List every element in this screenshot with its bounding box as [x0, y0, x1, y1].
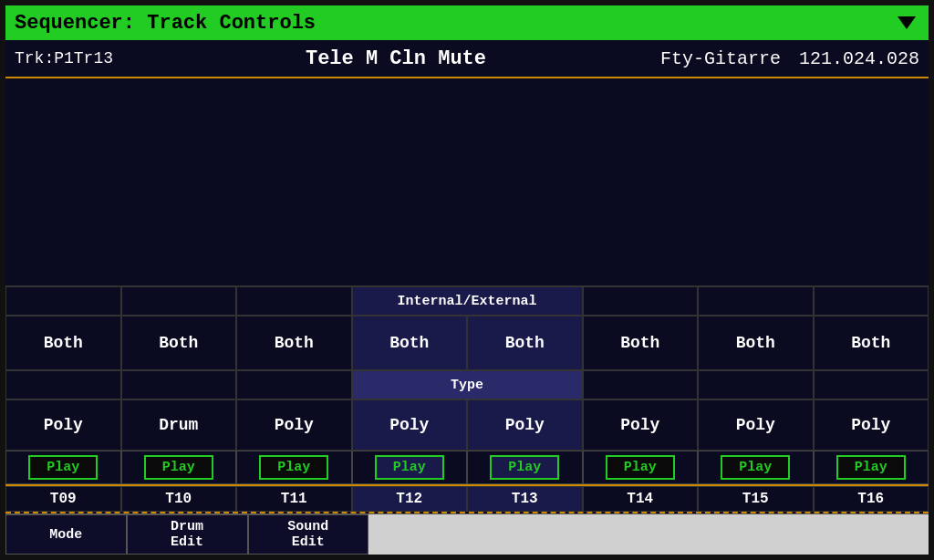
type-col-6: [583, 370, 699, 399]
type-col-8: [814, 370, 929, 399]
both-cell-2[interactable]: Both: [236, 316, 352, 370]
ie-label: Internal/External: [352, 286, 583, 316]
both-cell-0[interactable]: Both: [5, 316, 121, 370]
arrow-down-icon: [898, 16, 916, 29]
ie-col-7: [698, 286, 814, 316]
ie-col-6: [583, 286, 699, 316]
type-header-row: Type: [5, 370, 929, 399]
play-cell-7: Play: [814, 451, 929, 484]
play-cell-3: Play: [352, 451, 468, 484]
poly-cell-5[interactable]: Poly: [583, 399, 699, 451]
ie-col-1: [5, 286, 121, 316]
play-button-7[interactable]: Play: [836, 455, 906, 480]
track-id: Trk:P1Tr13: [15, 49, 113, 67]
both-cell-4[interactable]: Both: [467, 316, 583, 370]
main-area: Internal/External Both Both Both Both Bo…: [5, 78, 929, 555]
poly-cell-7[interactable]: Poly: [814, 399, 929, 451]
ie-col-3: [236, 286, 352, 316]
play-cell-4: Play: [467, 451, 583, 484]
ie-col-8: [814, 286, 929, 316]
play-button-4[interactable]: Play: [490, 455, 559, 480]
poly-cell-3[interactable]: Poly: [352, 399, 468, 451]
track-num-0: T09: [5, 486, 121, 512]
track-num-5: T14: [583, 486, 699, 512]
poly-row: Poly Drum Poly Poly Poly Poly Poly Poly: [5, 399, 929, 451]
bottom-sound-edit[interactable]: Sound Edit: [248, 514, 369, 555]
track-controls: Tele M Cln Mute: [131, 47, 660, 70]
play-button-1[interactable]: Play: [144, 455, 213, 480]
poly-cell-6[interactable]: Poly: [698, 399, 814, 451]
play-cell-0: Play: [5, 451, 121, 484]
type-col-2: [121, 370, 237, 399]
play-cell-1: Play: [121, 451, 237, 484]
track-num-1: T10: [121, 486, 237, 512]
ie-col-2: [121, 286, 237, 316]
track-num-row: T09 T10 T11 T12 T13 T14 T15 T16: [5, 484, 929, 513]
both-cell-5[interactable]: Both: [583, 316, 699, 370]
ie-header-row: Internal/External: [5, 285, 929, 316]
poly-cell-2[interactable]: Poly: [236, 399, 352, 451]
bottom-bar: Mode Drum Edit Sound Edit: [5, 513, 929, 555]
poly-cell-1[interactable]: Drum: [121, 399, 237, 451]
bottom-drum-edit[interactable]: Drum Edit: [127, 514, 248, 555]
screen: Sequencer: Track Controls Trk:P1Tr13 Tel…: [0, 0, 934, 560]
track-num-4: T13: [467, 486, 583, 512]
spacer: [5, 78, 929, 285]
both-cell-6[interactable]: Both: [698, 316, 814, 370]
play-button-2[interactable]: Play: [259, 455, 328, 480]
play-button-3[interactable]: Play: [375, 455, 444, 480]
play-cell-6: Play: [698, 451, 814, 484]
type-label: Type: [352, 370, 583, 399]
bottom-spacer: [368, 514, 929, 555]
play-button-5[interactable]: Play: [606, 455, 675, 480]
track-num-6: T15: [698, 486, 814, 512]
both-row: Both Both Both Both Both Both Both Both: [5, 316, 929, 370]
type-col-1: [5, 370, 121, 399]
poly-cell-4[interactable]: Poly: [467, 399, 583, 451]
play-cell-5: Play: [583, 451, 699, 484]
play-button-6[interactable]: Play: [721, 455, 790, 480]
title-bar: Sequencer: Track Controls: [5, 5, 929, 40]
play-row: Play Play Play Play Play Play Play Play: [5, 451, 929, 484]
type-col-3: [236, 370, 352, 399]
track-name: Fty-Gitarre: [660, 48, 781, 69]
bottom-mode[interactable]: Mode: [5, 514, 127, 555]
track-bar: Trk:P1Tr13 Tele M Cln Mute Fty-Gitarre 1…: [5, 40, 929, 78]
track-num-2: T11: [236, 486, 352, 512]
both-cell-7[interactable]: Both: [814, 316, 929, 370]
play-cell-2: Play: [236, 451, 352, 484]
both-cell-3[interactable]: Both: [352, 316, 468, 370]
poly-cell-0[interactable]: Poly: [5, 399, 121, 451]
track-num-7: T16: [814, 486, 929, 512]
type-col-7: [698, 370, 814, 399]
track-position: 121.024.028: [799, 48, 919, 69]
track-num-3: T12: [352, 486, 468, 512]
both-cell-1[interactable]: Both: [121, 316, 237, 370]
play-button-0[interactable]: Play: [28, 455, 98, 480]
grid-section: Internal/External Both Both Both Both Bo…: [5, 285, 929, 513]
title-label: Sequencer: Track Controls: [15, 12, 316, 35]
